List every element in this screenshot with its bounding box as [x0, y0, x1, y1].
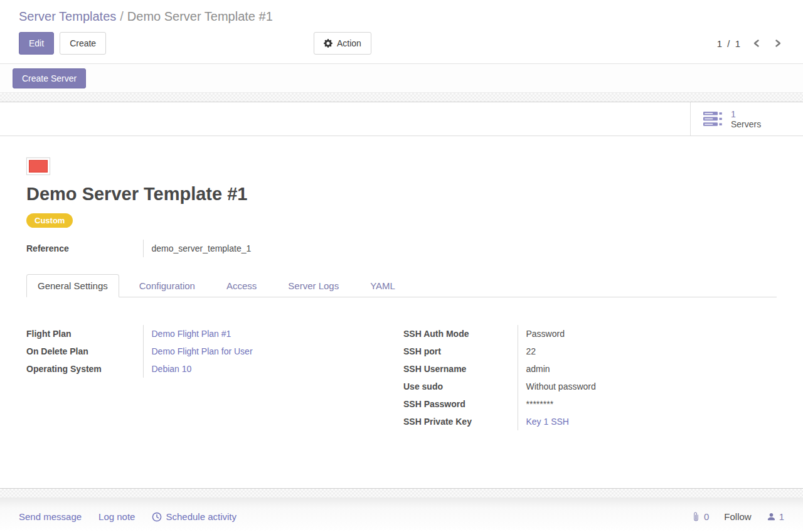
template-color-image[interactable]	[26, 157, 50, 175]
field-group-right: SSH Auth Mode Password SSH port 22 SSH U…	[403, 325, 777, 430]
servers-stat-text: 1 Servers	[731, 109, 761, 129]
page: Server Templates/Demo Server Template #1…	[0, 0, 803, 532]
control-panel-buttons-row: Edit Create Action 1 / 1	[19, 32, 784, 55]
background-hatch-top	[0, 93, 803, 102]
chatter: Send message Log note Schedule activity …	[0, 497, 803, 532]
use-sudo-label: Use sudo	[403, 378, 518, 395]
gear-icon	[324, 39, 332, 48]
ssh-private-key-value-link[interactable]: Key 1 SSH	[518, 413, 600, 430]
followers-count: 1	[779, 511, 784, 522]
field-group-left: Flight Plan Demo Flight Plan #1 On Delet…	[26, 325, 403, 430]
log-note-button[interactable]: Log note	[98, 511, 135, 522]
field-row-flight-plan: Flight Plan Demo Flight Plan #1	[26, 325, 257, 343]
schedule-activity-label: Schedule activity	[166, 511, 237, 522]
ssh-auth-mode-label: SSH Auth Mode	[403, 325, 518, 343]
chatter-actions: Send message Log note Schedule activity	[19, 511, 237, 522]
field-row-ssh-username: SSH Username admin	[403, 360, 600, 378]
pager-value: 1 / 1	[717, 38, 742, 49]
control-panel-left-buttons: Edit Create	[19, 32, 314, 55]
statusbar: Create Server	[0, 64, 803, 93]
pager-next-button[interactable]	[772, 37, 784, 50]
action-button[interactable]: Action	[314, 32, 371, 55]
tab-general-settings[interactable]: General Settings	[26, 274, 119, 297]
notebook-tabbar: General Settings Configuration Access Se…	[26, 274, 777, 297]
reference-field-value: demo_server_template_1	[143, 240, 255, 257]
flight-plan-value-link[interactable]: Demo Flight Plan #1	[143, 325, 257, 343]
pager: 1 / 1	[717, 37, 784, 50]
sheet-body: Demo Server Template #1 Custom Reference…	[0, 136, 803, 430]
tab-content-general-settings: Flight Plan Demo Flight Plan #1 On Delet…	[26, 325, 777, 430]
field-row-operating-system: Operating System Debian 10	[26, 360, 257, 378]
servers-stat-value: 1	[731, 109, 761, 119]
pager-previous-button[interactable]	[750, 37, 763, 50]
chatter-followers: 0 Follow 1	[691, 511, 784, 522]
on-delete-plan-label: On Delete Plan	[26, 343, 143, 360]
servers-icon	[703, 111, 723, 127]
breadcrumb: Server Templates/Demo Server Template #1	[19, 8, 784, 24]
create-button[interactable]: Create	[60, 32, 106, 55]
custom-badge: Custom	[26, 213, 73, 228]
schedule-activity-button[interactable]: Schedule activity	[152, 511, 237, 522]
field-row-ssh-password: SSH Password ********	[403, 395, 600, 413]
on-delete-plan-value-link[interactable]: Demo Flight Plan for User	[143, 343, 257, 360]
paperclip-icon	[691, 512, 701, 521]
tab-server-logs[interactable]: Server Logs	[277, 274, 350, 297]
ssh-port-value: 22	[518, 343, 600, 360]
edit-button[interactable]: Edit	[19, 32, 54, 55]
action-button-label: Action	[337, 38, 361, 49]
followers-button[interactable]: 1	[767, 511, 784, 522]
person-icon	[767, 512, 776, 521]
ssh-port-label: SSH port	[403, 343, 518, 360]
send-message-button[interactable]: Send message	[19, 511, 82, 522]
field-row-ssh-auth-mode: SSH Auth Mode Password	[403, 325, 600, 343]
reference-field-label: Reference	[26, 240, 143, 257]
operating-system-value-link[interactable]: Debian 10	[143, 360, 257, 378]
create-server-button[interactable]: Create Server	[13, 68, 86, 88]
follow-button[interactable]: Follow	[724, 511, 751, 522]
control-panel-center: Action	[314, 32, 717, 55]
breadcrumb-parent[interactable]: Server Templates	[19, 9, 116, 23]
ssh-private-key-label: SSH Private Key	[403, 413, 518, 430]
breadcrumb-separator: /	[116, 9, 127, 23]
form-sheet: 1 Servers Demo Server Template #1 Custom…	[0, 102, 803, 489]
field-row-reference: Reference demo_server_template_1	[26, 240, 255, 257]
breadcrumb-current: Demo Server Template #1	[127, 9, 273, 23]
background-hatch-bottom	[0, 489, 803, 497]
chevron-right-icon	[773, 38, 783, 48]
servers-stat-label: Servers	[731, 119, 761, 129]
field-row-ssh-private-key: SSH Private Key Key 1 SSH	[403, 413, 600, 430]
tab-yaml[interactable]: YAML	[359, 274, 407, 297]
servers-stat-button[interactable]: 1 Servers	[690, 102, 803, 136]
ssh-auth-mode-value: Password	[518, 325, 600, 343]
ssh-password-value: ********	[518, 395, 600, 413]
reference-field-group: Reference demo_server_template_1	[26, 240, 255, 257]
flight-plan-label: Flight Plan	[26, 325, 143, 343]
use-sudo-value: Without password	[518, 378, 600, 395]
field-row-use-sudo: Use sudo Without password	[403, 378, 600, 395]
ssh-password-label: SSH Password	[403, 395, 518, 413]
tab-configuration[interactable]: Configuration	[128, 274, 206, 297]
operating-system-label: Operating System	[26, 360, 143, 378]
chevron-left-icon	[752, 38, 762, 48]
clock-icon	[152, 512, 162, 522]
red-color-swatch	[29, 160, 48, 173]
ssh-username-label: SSH Username	[403, 360, 518, 378]
button-box: 1 Servers	[0, 102, 803, 136]
tab-access[interactable]: Access	[215, 274, 268, 297]
attachments-button[interactable]: 0	[691, 511, 709, 522]
record-title: Demo Server Template #1	[26, 183, 777, 205]
field-row-on-delete-plan: On Delete Plan Demo Flight Plan for User	[26, 343, 257, 360]
field-row-ssh-port: SSH port 22	[403, 343, 600, 360]
control-panel: Server Templates/Demo Server Template #1…	[0, 0, 803, 64]
attachments-count: 0	[704, 511, 709, 522]
ssh-username-value: admin	[518, 360, 600, 378]
